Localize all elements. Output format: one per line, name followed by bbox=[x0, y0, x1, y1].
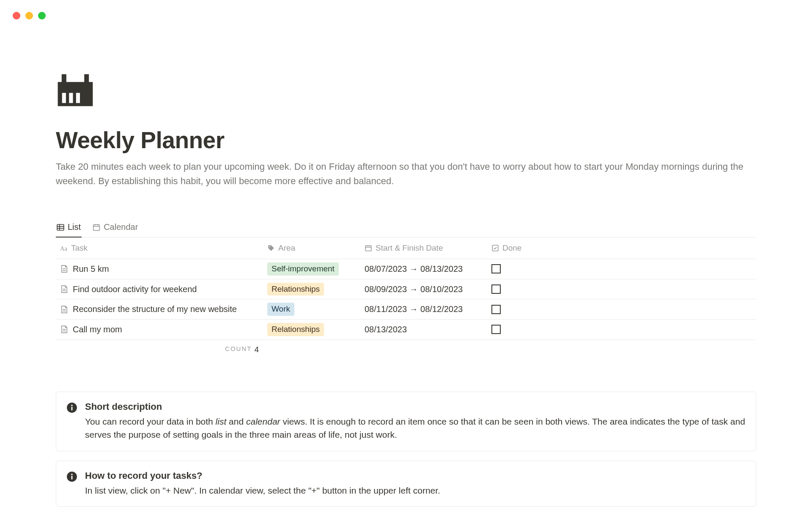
task-title: Reconsider the structure of my new websi… bbox=[73, 304, 237, 314]
cell-task[interactable]: Find outdoor activity for weekend bbox=[56, 281, 263, 298]
svg-rect-10 bbox=[93, 225, 100, 231]
done-checkbox[interactable] bbox=[491, 264, 501, 273]
task-title: Run 5 km bbox=[73, 264, 109, 274]
cell-date[interactable]: 08/09/2023→08/10/2023 bbox=[360, 281, 487, 298]
area-tag: Work bbox=[267, 303, 294, 316]
table-row[interactable]: Call my momRelationships08/13/2023 bbox=[56, 320, 756, 340]
svg-rect-6 bbox=[57, 224, 64, 230]
column-header-done[interactable]: Done bbox=[487, 242, 766, 254]
maximize-window-button[interactable] bbox=[38, 12, 46, 19]
cell-area[interactable]: Relationships bbox=[263, 279, 360, 299]
cell-area[interactable]: Self-improvement bbox=[263, 259, 360, 279]
info-icon bbox=[66, 402, 77, 413]
tab-calendar[interactable]: Calendar bbox=[92, 219, 139, 237]
cell-done[interactable] bbox=[487, 321, 766, 337]
table-row[interactable]: Reconsider the structure of my new websi… bbox=[56, 299, 756, 320]
count-label: COUNT bbox=[225, 345, 252, 354]
callout-text: You can record your data in both list an… bbox=[85, 415, 746, 442]
text-icon: Aa bbox=[60, 244, 68, 252]
page-subtitle[interactable]: Take 20 minutes each week to plan your u… bbox=[56, 160, 749, 188]
page-title[interactable]: Weekly Planner bbox=[56, 127, 756, 154]
column-header-task[interactable]: Aa Task bbox=[56, 242, 263, 254]
table-row[interactable]: Run 5 kmSelf-improvement08/07/2023→08/13… bbox=[56, 259, 756, 279]
svg-rect-3 bbox=[62, 93, 66, 103]
callout-body: How to record your tasks?In list view, c… bbox=[85, 470, 746, 497]
row-count[interactable]: COUNT 4 bbox=[56, 340, 263, 354]
close-window-button[interactable] bbox=[13, 12, 20, 19]
page-icon-calendar[interactable] bbox=[56, 74, 95, 106]
cell-done[interactable] bbox=[487, 261, 766, 277]
svg-text:Aa: Aa bbox=[60, 245, 68, 252]
tab-list[interactable]: List bbox=[56, 219, 82, 237]
cell-area[interactable]: Work bbox=[263, 299, 360, 319]
svg-point-31 bbox=[71, 473, 72, 475]
view-tabs: List Calendar bbox=[56, 219, 756, 237]
svg-rect-4 bbox=[69, 93, 73, 103]
info-icon bbox=[66, 471, 77, 482]
calendar-icon bbox=[93, 224, 100, 231]
cell-task[interactable]: Call my mom bbox=[56, 321, 263, 338]
checkbox-icon bbox=[491, 244, 499, 252]
column-header-date[interactable]: Start & Finish Date bbox=[360, 242, 487, 254]
cell-date[interactable]: 08/11/2023→08/12/2023 bbox=[360, 301, 487, 318]
cell-date[interactable]: 08/07/2023→08/13/2023 bbox=[360, 261, 487, 277]
tab-list-label: List bbox=[68, 222, 81, 232]
svg-rect-32 bbox=[71, 475, 73, 479]
cell-task[interactable]: Reconsider the structure of my new websi… bbox=[56, 301, 263, 318]
callout[interactable]: Short descriptionYou can record your dat… bbox=[56, 392, 756, 451]
done-checkbox[interactable] bbox=[491, 284, 501, 294]
task-title: Find outdoor activity for weekend bbox=[73, 284, 197, 294]
page-doc-icon bbox=[60, 265, 69, 273]
column-header-area[interactable]: Area bbox=[263, 242, 360, 254]
tag-icon bbox=[267, 244, 275, 252]
svg-rect-2 bbox=[84, 74, 89, 83]
task-title: Call my mom bbox=[73, 325, 122, 334]
svg-point-28 bbox=[71, 404, 72, 406]
cell-date[interactable]: 08/13/2023 bbox=[360, 321, 487, 338]
svg-rect-5 bbox=[76, 93, 80, 103]
window-controls bbox=[13, 12, 46, 19]
count-value: 4 bbox=[254, 345, 259, 354]
svg-rect-29 bbox=[71, 406, 73, 410]
svg-rect-16 bbox=[365, 246, 371, 251]
minimize-window-button[interactable] bbox=[25, 12, 33, 19]
done-checkbox[interactable] bbox=[491, 325, 501, 334]
svg-point-15 bbox=[269, 246, 270, 247]
area-tag: Relationships bbox=[267, 323, 324, 336]
calendar-small-icon bbox=[365, 244, 372, 252]
cell-done[interactable] bbox=[487, 301, 766, 318]
callout[interactable]: How to record your tasks?In list view, c… bbox=[56, 461, 756, 507]
callout-text: In list view, click on "+ New". In calen… bbox=[85, 484, 746, 497]
callout-title: How to record your tasks? bbox=[85, 470, 746, 481]
callout-body: Short descriptionYou can record your dat… bbox=[85, 401, 746, 442]
area-tag: Relationships bbox=[267, 283, 324, 296]
page-doc-icon bbox=[60, 285, 69, 293]
tab-calendar-label: Calendar bbox=[104, 222, 138, 232]
page-doc-icon bbox=[60, 305, 69, 314]
task-table: Aa Task Area Start & Finish Date bbox=[56, 237, 756, 354]
cell-done[interactable] bbox=[487, 281, 766, 297]
area-tag: Self-improvement bbox=[267, 262, 339, 276]
table-row[interactable]: Find outdoor activity for weekendRelatio… bbox=[56, 279, 756, 300]
svg-rect-1 bbox=[62, 74, 66, 83]
done-checkbox[interactable] bbox=[491, 305, 501, 314]
page-doc-icon bbox=[60, 325, 69, 334]
cell-area[interactable]: Relationships bbox=[263, 320, 360, 340]
cell-task[interactable]: Run 5 km bbox=[56, 261, 263, 277]
table-header-row: Aa Task Area Start & Finish Date bbox=[56, 237, 756, 259]
callout-title: Short description bbox=[85, 401, 746, 412]
table-icon bbox=[57, 224, 64, 231]
